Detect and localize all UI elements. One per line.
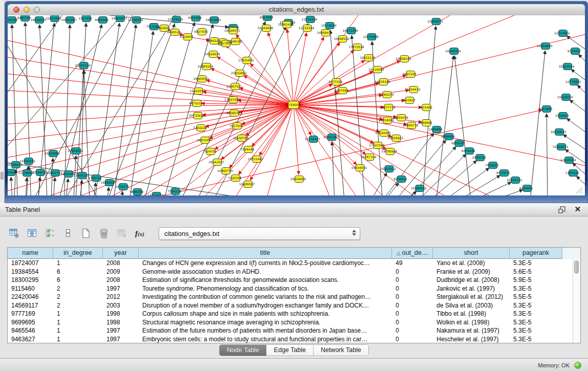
graph-node[interactable]: 8471676 (496, 170, 510, 177)
graph-node[interactable]: 10719184 (321, 23, 337, 29)
graph-node[interactable]: 3919304 (8, 17, 18, 24)
graph-node[interactable]: 14966475 (317, 30, 333, 36)
graph-node[interactable]: 18301051 (196, 137, 212, 144)
graph-node[interactable]: 20200650 (45, 150, 60, 157)
tab-edge-table[interactable]: Edge Table (267, 345, 313, 356)
graph-node[interactable]: 17924353 (148, 192, 164, 196)
graph-node[interactable]: 12574469 (363, 34, 379, 40)
table-row[interactable]: 2242004622012Investigating the contribut… (8, 293, 573, 301)
graph-node[interactable]: 20558295 (32, 169, 48, 176)
column-header-name[interactable]: name (8, 248, 53, 259)
graph-node[interactable]: 21015334 (75, 62, 91, 69)
graph-node[interactable]: 16053512 (380, 166, 396, 172)
graph-node[interactable]: 9827505 (194, 29, 208, 35)
graph-node[interactable]: 6879197 (451, 140, 465, 147)
network-window-titlebar[interactable]: citations_edges.txt (8, 4, 585, 16)
table-settings-icon[interactable] (8, 227, 20, 240)
graph-node[interactable]: 16116093 (368, 67, 384, 73)
table-row[interactable]: 1830029562008Estimation of significance … (8, 276, 573, 285)
graph-node[interactable]: 9699695 (419, 120, 432, 126)
graph-node[interactable]: 2935114 (472, 155, 486, 161)
column-header-in-degree[interactable]: in_degree (53, 248, 103, 259)
graph-node[interactable]: 8813054 (259, 15, 273, 21)
graph-node[interactable]: 1678275 (115, 184, 129, 190)
graph-node[interactable]: 18923514 (559, 63, 575, 70)
graph-node[interactable]: 15729225 (167, 16, 183, 23)
tab-network-table[interactable]: Network Table (314, 345, 368, 356)
graph-node[interactable]: 15134457 (304, 136, 320, 143)
table-selector-dropdown[interactable]: citations_edges.txt (159, 227, 360, 240)
close-panel-icon[interactable]: ✕ (574, 205, 581, 214)
table-row[interactable]: 1938455462009Genome-wide association stu… (8, 268, 573, 276)
table-row[interactable]: 969969511998Structural magnetic resonanc… (8, 318, 573, 327)
delete-table-icon[interactable] (116, 227, 128, 240)
graph-node[interactable]: 10365412 (411, 185, 427, 192)
graph-node[interactable]: 9115460 (419, 104, 432, 111)
graph-node[interactable]: 16077734 (380, 104, 396, 111)
graph-node[interactable]: 1187534 (565, 170, 579, 177)
graph-node[interactable]: 15488102 (334, 36, 350, 42)
graph-node[interactable]: 9886309 (129, 189, 143, 195)
graph-node[interactable]: 9245652 (519, 185, 533, 192)
graph-node[interactable]: 17359924 (68, 148, 83, 155)
graph-node[interactable]: 15930014 (557, 94, 573, 101)
graph-node[interactable]: 7632621 (485, 162, 499, 169)
graph-node[interactable]: 14976160 (375, 79, 390, 85)
graph-node[interactable]: 9806074 (226, 110, 240, 117)
graph-node[interactable]: 9777169 (329, 79, 342, 85)
column-header-short[interactable]: short (433, 248, 510, 259)
graph-node[interactable]: 10767334 (361, 154, 377, 161)
graph-node[interactable]: 1640954 (429, 126, 443, 133)
graph-node[interactable]: 8215958 (539, 106, 553, 113)
table-row[interactable]: 946362711997Embryonic stem cells: a mode… (8, 335, 573, 343)
zoom-window-button[interactable] (34, 7, 40, 13)
table-row[interactable]: 1872400712008Changes of HCN gene express… (8, 259, 573, 268)
graph-node[interactable]: 16280087 (239, 181, 255, 188)
graph-node[interactable]: 8938924 (441, 134, 455, 140)
graph-node[interactable]: 11254413 (405, 86, 421, 93)
network-canvas-svg[interactable]: 1872400739193049462744183935701261065110… (8, 15, 585, 195)
graph-node[interactable]: 16053803 (205, 17, 221, 24)
graph-node[interactable]: 15654875 (427, 18, 443, 25)
graph-node[interactable]: 16648784 (445, 48, 461, 55)
graph-node[interactable]: 16071358 (342, 28, 358, 34)
new-table-icon[interactable] (80, 227, 92, 240)
graph-node[interactable]: 15034503 (351, 165, 367, 171)
float-panel-icon[interactable] (558, 206, 565, 213)
graph-node[interactable]: 8960124 (167, 29, 181, 36)
graph-node[interactable]: 11431683 (238, 57, 254, 64)
graph-node[interactable]: 18452367 (323, 134, 339, 141)
graph-node[interactable]: 15234455 (375, 130, 391, 137)
graph-node[interactable]: 13505135 (74, 172, 90, 179)
graph-node[interactable]: 19965871 (112, 15, 127, 22)
graph-node[interactable]: 1145194 (61, 171, 75, 178)
graph-node[interactable]: 18204098 (257, 25, 273, 32)
table-row[interactable]: 977716911998Corpus callosum shape and si… (8, 310, 573, 318)
graph-node[interactable]: 12775090 (565, 79, 581, 85)
network-canvas[interactable]: 1872400739193049462744183935701261065110… (8, 15, 585, 195)
graph-node[interactable]: 15960754 (217, 168, 233, 174)
close-window-button[interactable] (13, 7, 19, 13)
graph-node[interactable]: 16495718 (403, 122, 419, 129)
minimize-window-button[interactable] (24, 7, 30, 13)
graph-node[interactable]: 12652015 (189, 88, 205, 95)
graph-node[interactable]: 19404056 (290, 176, 306, 183)
scrollbar-thumb[interactable] (574, 260, 579, 274)
table-row[interactable]: 946554611997Estimation of the future num… (8, 326, 573, 335)
graph-node[interactable]: 17475538 (349, 44, 364, 51)
row-height-icon[interactable] (62, 227, 74, 240)
graph-node[interactable]: 9474444 (462, 148, 475, 155)
graph-node[interactable]: 18393570 (31, 17, 47, 24)
graph-node[interactable]: 11254349 (301, 16, 317, 23)
control-panel-edge[interactable] (0, 0, 5, 203)
graph-node[interactable]: 15692971 (553, 144, 569, 150)
graph-node[interactable]: 7524702 (203, 148, 216, 155)
graph-node[interactable]: 17016504 (560, 157, 576, 164)
graph-node[interactable]: 12367511 (226, 83, 242, 90)
graph-node[interactable]: 11954840 (537, 43, 553, 50)
graph-node[interactable]: 19654923 (387, 135, 403, 142)
graph-node[interactable]: 12217952 (554, 30, 570, 37)
resize-grip-icon[interactable] (576, 187, 582, 193)
graph-node[interactable]: 14756928 (381, 148, 397, 155)
graph-node[interactable]: 12610651 (46, 15, 62, 22)
